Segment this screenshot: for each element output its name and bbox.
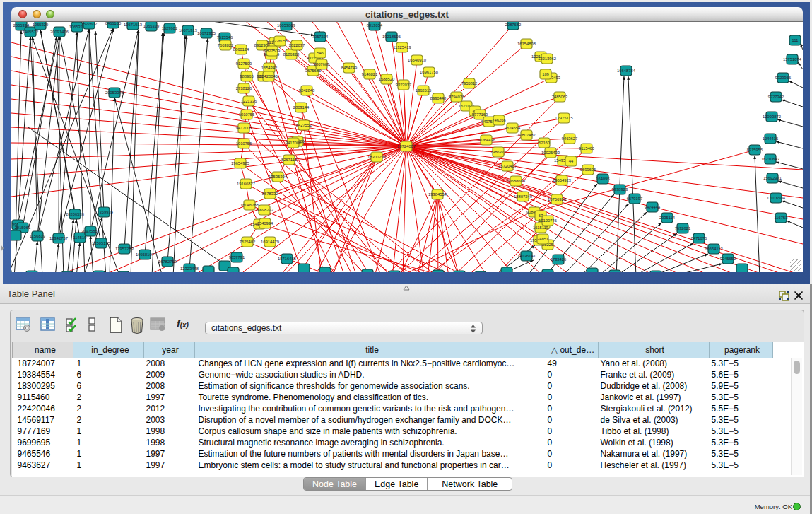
svg-text:7515546: 7515546: [217, 35, 233, 40]
svg-text:12342757: 12342757: [49, 236, 68, 240]
svg-text:2822037: 2822037: [289, 43, 305, 47]
svg-text:8660124: 8660124: [233, 47, 249, 52]
svg-text:16648784: 16648784: [617, 69, 636, 73]
svg-text:20091406: 20091406: [50, 30, 69, 34]
svg-text:18300295: 18300295: [367, 155, 386, 159]
svg-text:6679197: 6679197: [627, 197, 643, 201]
svg-text:16210643: 16210643: [761, 157, 779, 161]
svg-text:1010755: 1010755: [239, 112, 255, 117]
svg-text:10756928: 10756928: [548, 197, 566, 201]
svg-text:30975857: 30975857: [81, 229, 100, 233]
svg-text:2803144: 2803144: [293, 105, 310, 110]
svg-text:1588520: 1588520: [379, 77, 395, 81]
svg-text:10025433: 10025433: [541, 151, 560, 155]
svg-text:11325419: 11325419: [393, 45, 411, 49]
svg-text:10120746: 10120746: [539, 218, 557, 223]
svg-text:3624554: 3624554: [505, 126, 521, 130]
svg-text:10958107: 10958107: [136, 252, 154, 257]
svg-text:16046788: 16046788: [240, 203, 259, 207]
svg-text:16914479: 16914479: [261, 240, 279, 244]
svg-text:746266: 746266: [492, 118, 505, 122]
svg-text:10688609: 10688609: [507, 179, 525, 183]
svg-text:62160: 62160: [539, 141, 550, 145]
svg-text:9474444: 9474444: [645, 205, 661, 209]
svg-text:3226058: 3226058: [272, 39, 288, 43]
svg-text:15716485: 15716485: [278, 257, 296, 261]
svg-text:17359934: 17359934: [95, 210, 114, 214]
svg-text:19384554: 19384554: [428, 192, 447, 197]
svg-text:24851: 24851: [537, 237, 548, 241]
svg-text:164095: 164095: [596, 177, 609, 181]
svg-text:9245652: 9245652: [720, 257, 736, 261]
svg-text:1540994: 1540994: [257, 221, 273, 226]
svg-text:16961758: 16961758: [420, 70, 438, 74]
svg-text:2087682: 2087682: [505, 23, 522, 27]
svg-text:16154808: 16154808: [517, 42, 536, 46]
svg-text:8454749: 8454749: [341, 66, 358, 70]
svg-text:19654923: 19654923: [553, 178, 571, 182]
svg-text:2015061: 2015061: [15, 226, 31, 230]
svg-text:15720407: 15720407: [498, 164, 517, 168]
svg-text:17957253: 17957253: [115, 247, 134, 251]
svg-text:15751074: 15751074: [783, 57, 802, 62]
svg-text:114519: 114519: [73, 235, 87, 240]
svg-text:1527602: 1527602: [162, 26, 178, 30]
svg-text:109: 109: [542, 72, 549, 76]
svg-text:9329966: 9329966: [775, 76, 792, 80]
svg-text:1654342: 1654342: [261, 66, 278, 70]
svg-text:1733426: 1733426: [551, 257, 567, 262]
svg-text:10654112: 10654112: [705, 247, 722, 251]
svg-text:12505135: 12505135: [92, 241, 110, 245]
svg-text:9146821: 9146821: [362, 72, 378, 76]
svg-text:9827509: 9827509: [264, 49, 281, 53]
svg-text:9777169: 9777169: [472, 112, 488, 117]
svg-text:18724007: 18724007: [397, 144, 416, 148]
svg-text:9227342: 9227342: [768, 95, 784, 99]
svg-text:2867608: 2867608: [314, 62, 330, 66]
svg-text:7955812: 7955812: [461, 81, 478, 86]
svg-text:44: 44: [569, 159, 574, 163]
svg-text:1156819: 1156819: [30, 234, 45, 238]
svg-text:9322037: 9322037: [396, 83, 412, 87]
svg-text:9242848: 9242848: [299, 88, 315, 93]
svg-text:1065329: 1065329: [143, 24, 160, 28]
svg-text:1405572: 1405572: [23, 30, 39, 34]
svg-text:10053809: 10053809: [277, 23, 295, 28]
svg-text:20364436: 20364436: [477, 138, 495, 142]
svg-text:9699695: 9699695: [580, 168, 596, 172]
svg-text:15692971: 15692971: [763, 176, 782, 180]
svg-text:16782759: 16782759: [158, 259, 177, 264]
svg-text:9794028: 9794028: [449, 95, 465, 99]
svg-text:1244415: 1244415: [763, 136, 779, 141]
svg-text:12975115: 12975115: [555, 116, 572, 120]
svg-text:1065329: 1065329: [33, 23, 49, 27]
svg-text:20053346: 20053346: [105, 90, 124, 95]
svg-text:19218506: 19218506: [382, 35, 401, 39]
svg-text:1615117: 1615117: [533, 226, 548, 230]
svg-text:10671913: 10671913: [179, 28, 197, 33]
svg-text:9417006: 9417006: [286, 141, 302, 145]
svg-text:19166827: 19166827: [237, 182, 255, 186]
svg-text:111: 111: [792, 38, 799, 42]
svg-text:18807249: 18807249: [514, 194, 532, 199]
svg-text:8678332: 8678332: [262, 192, 278, 196]
svg-text:16640910: 16640910: [408, 58, 426, 62]
svg-text:14136141: 14136141: [517, 254, 536, 258]
svg-text:8990448: 8990448: [430, 96, 447, 100]
svg-text:7625402: 7625402: [240, 240, 256, 244]
svg-text:12213962: 12213962: [538, 57, 556, 61]
svg-text:7632621: 7632621: [675, 226, 691, 230]
svg-text:9417006: 9417006: [236, 126, 252, 130]
svg-text:12323448: 12323448: [180, 267, 199, 271]
svg-text:988965: 988965: [240, 74, 253, 78]
svg-text:9115460: 9115460: [579, 146, 594, 151]
svg-text:9463627: 9463627: [562, 136, 578, 141]
svg-text:1010755: 1010755: [236, 141, 252, 146]
svg-text:7485063: 7485063: [552, 95, 568, 99]
svg-text:10671355: 10671355: [197, 31, 216, 35]
svg-text:9857791: 9857791: [229, 255, 245, 259]
svg-text:6466160: 6466160: [105, 22, 122, 25]
svg-text:116753: 116753: [775, 216, 788, 220]
svg-text:1362615: 1362615: [416, 88, 432, 93]
svg-text:8267110: 8267110: [281, 158, 297, 162]
